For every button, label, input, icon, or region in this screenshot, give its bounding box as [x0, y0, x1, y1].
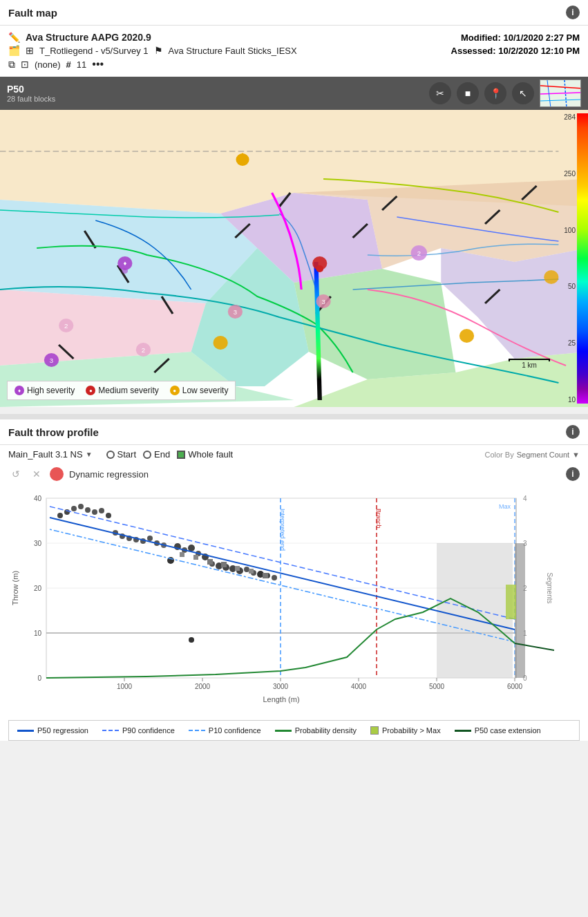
- svg-rect-116: [180, 552, 184, 557]
- chart-container: 40 30 20 10 0 Throw (m) 1000 2000 3000 4…: [0, 484, 588, 715]
- chart-legend: P50 regression P90 confidence P10 confid…: [8, 720, 580, 741]
- svg-text:Interpreted end: Interpreted end: [279, 509, 286, 551]
- dropdown-arrow[interactable]: ▼: [86, 451, 93, 458]
- svg-text:2: 2: [142, 347, 145, 354]
- end-radio-circle: [143, 451, 151, 459]
- p50-ext-icon: [455, 730, 471, 732]
- svg-text:5000: 5000: [429, 683, 445, 690]
- fault-throw-chart: 40 30 20 10 0 Throw (m) 1000 2000 3000 4…: [8, 491, 554, 706]
- probability-label: Probability density: [295, 726, 357, 735]
- map-subtitle: 28 fault blocks: [7, 95, 55, 103]
- svg-rect-119: [221, 562, 227, 567]
- end-radio[interactable]: End: [143, 449, 170, 460]
- none-icon[interactable]: ⊡: [21, 59, 29, 70]
- svg-text:3: 3: [50, 357, 53, 364]
- cursor-tool[interactable]: ↖: [512, 82, 534, 104]
- p90-legend: P90 confidence: [102, 726, 175, 735]
- scissors-tool[interactable]: ✂: [429, 82, 451, 104]
- svg-rect-122: [263, 573, 268, 578]
- p50-label: P50 regression: [37, 726, 88, 735]
- prob-max-label: Probability > Max: [382, 726, 441, 735]
- project-name: Ava Structure AAPG 2020.9: [26, 32, 151, 43]
- undo-button[interactable]: ↺: [8, 466, 23, 482]
- sticks-icon: ⚑: [154, 45, 163, 56]
- start-radio[interactable]: Start: [106, 449, 136, 460]
- fault-throw-panel: Fault throw profile i Main_Fault 3.1 NS …: [0, 419, 588, 741]
- ftp-header: Fault throw profile i: [0, 419, 588, 445]
- whole-fault-checkbox[interactable]: Whole fault: [177, 449, 233, 460]
- none-row: ⧉ ⊡ (none) # 11 •••: [8, 58, 580, 70]
- probability-line-icon: [275, 730, 292, 732]
- map-thumbnail[interactable]: [540, 79, 581, 107]
- prob-max-legend: Probability > Max: [370, 726, 441, 735]
- whole-fault-label: Whole fault: [188, 449, 233, 460]
- fault-select[interactable]: Main_Fault 3.1 NS ▼: [8, 449, 93, 460]
- map-toolbar: P50 28 fault blocks ✂ ■ 📍 ↖: [0, 77, 588, 110]
- svg-point-29: [236, 153, 249, 166]
- fault-map-info-icon[interactable]: i: [566, 6, 580, 19]
- svg-rect-117: [193, 555, 198, 560]
- fault-map-header: Fault map i: [0, 0, 588, 26]
- dr-label: Dynamic regression: [69, 469, 149, 480]
- svg-point-123: [189, 637, 194, 643]
- svg-text:Max: Max: [499, 503, 511, 510]
- svg-point-111: [244, 567, 249, 572]
- prob-max-icon: [370, 726, 379, 735]
- svg-point-27: [316, 265, 323, 272]
- map-p50-title: P50: [7, 84, 55, 95]
- svg-rect-121: [249, 569, 254, 574]
- none-label: (none): [35, 59, 61, 70]
- svg-text:Branch: Branch: [375, 509, 382, 529]
- svg-point-87: [78, 504, 84, 509]
- svg-point-91: [106, 513, 111, 518]
- svg-text:3: 3: [321, 299, 325, 305]
- color-by-arrow[interactable]: ▼: [572, 451, 580, 459]
- svg-point-90: [99, 508, 104, 513]
- map-area[interactable]: ♦ 3: [0, 110, 588, 407]
- grid-icon: ⊞: [26, 45, 34, 56]
- svg-point-88: [85, 507, 91, 513]
- svg-text:2: 2: [417, 250, 421, 257]
- copy-icon[interactable]: ⧉: [8, 59, 15, 70]
- location-tool[interactable]: 📍: [484, 82, 506, 104]
- project-row: ✏️ Ava Structure AAPG 2020.9 Modified: 1…: [8, 32, 580, 43]
- color-by-label: Color By: [484, 451, 513, 459]
- close-button[interactable]: ✕: [29, 466, 44, 482]
- whole-fault-box: [177, 451, 185, 459]
- p10-line-icon: [189, 730, 205, 731]
- probability-density-legend: Probability density: [275, 726, 357, 735]
- svg-point-86: [71, 506, 77, 511]
- p50-ext-label: P50 case extension: [475, 726, 541, 735]
- start-label: Start: [117, 449, 136, 460]
- svg-text:3000: 3000: [273, 683, 289, 690]
- svg-rect-83: [515, 543, 525, 678]
- svg-point-30: [213, 336, 227, 350]
- sticks-name: Ava Structure Fault Sticks_IESX: [169, 46, 297, 56]
- high-severity-legend: ♦ High severity: [15, 386, 75, 395]
- svg-text:0: 0: [37, 674, 41, 682]
- end-label: End: [154, 449, 170, 460]
- stop-tool[interactable]: ■: [457, 82, 479, 104]
- svg-text:2000: 2000: [195, 683, 211, 690]
- color-by-value: Segment Count: [517, 451, 569, 459]
- map-svg: ♦ 3: [0, 110, 588, 407]
- p90-line-icon: [102, 730, 119, 731]
- p50-legend: P50 regression: [17, 726, 88, 735]
- dr-info-icon[interactable]: i: [566, 467, 580, 481]
- svg-text:10: 10: [34, 630, 42, 637]
- ftp-title: Fault throw profile: [8, 426, 99, 438]
- ftp-info-icon[interactable]: i: [566, 425, 580, 439]
- fault-map-panel: Fault map i ✏️ Ava Structure AAPG 2020.9…: [0, 0, 588, 407]
- svg-text:Length (m): Length (m): [263, 695, 299, 703]
- fault-map-meta: ✏️ Ava Structure AAPG 2020.9 Modified: 1…: [0, 26, 588, 77]
- edit-icon[interactable]: ✏️: [8, 32, 20, 43]
- svg-point-97: [147, 536, 153, 541]
- layer-name: T_Rotliegend - v5/Survey 1: [39, 46, 149, 56]
- more-options[interactable]: •••: [92, 58, 104, 70]
- svg-text:20: 20: [34, 585, 42, 592]
- p50-ext-legend: P50 case extension: [455, 726, 541, 735]
- radio-group: Start End Whole fault: [106, 449, 234, 460]
- p50-line-icon: [17, 730, 34, 732]
- svg-text:4: 4: [523, 495, 527, 502]
- low-severity-legend: ● Low severity: [170, 386, 229, 395]
